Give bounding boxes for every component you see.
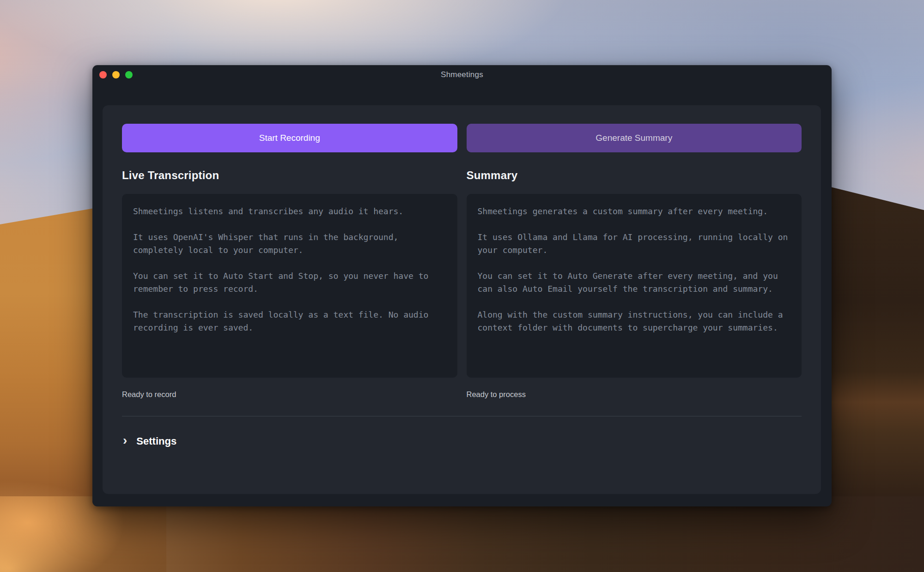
transcription-paragraph: Shmeetings listens and transcribes any a…: [133, 205, 446, 218]
app-window: Shmeetings Start Recording Generate Summ…: [92, 65, 832, 506]
divider: [122, 416, 802, 416]
settings-toggle[interactable]: › Settings: [122, 435, 176, 448]
summary-paragraph: Shmeetings generates a custom summary af…: [478, 205, 791, 218]
close-button[interactable]: [99, 71, 107, 78]
summary-heading: Summary: [467, 169, 802, 182]
chevron-right-icon: ›: [123, 434, 127, 447]
minimize-button[interactable]: [112, 71, 120, 78]
transcription-paragraph: You can set it to Auto Start and Stop, s…: [133, 270, 446, 295]
summary-status: Ready to process: [467, 390, 802, 399]
transcription-heading: Live Transcription: [122, 169, 457, 182]
transcription-textbox[interactable]: Shmeetings listens and transcribes any a…: [122, 194, 457, 378]
traffic-lights: [99, 71, 133, 78]
settings-label: Settings: [136, 435, 176, 447]
wallpaper-dune-bottom: [0, 496, 924, 572]
start-recording-button[interactable]: Start Recording: [122, 124, 457, 152]
summary-paragraph: You can set it to Auto Generate after ev…: [478, 270, 791, 295]
action-buttons-row: Start Recording Generate Summary: [122, 124, 802, 152]
summary-section: Summary Shmeetings generates a custom su…: [467, 169, 802, 399]
summary-textbox[interactable]: Shmeetings generates a custom summary af…: [467, 194, 802, 378]
generate-summary-button[interactable]: Generate Summary: [467, 124, 802, 152]
transcription-paragraph: The transcription is saved locally as a …: [133, 308, 446, 334]
main-panel: Start Recording Generate Summary Live Tr…: [103, 105, 821, 494]
summary-paragraph: It uses Ollama and Llama for AI processi…: [478, 231, 791, 257]
titlebar[interactable]: Shmeetings: [92, 65, 832, 84]
transcription-paragraph: It uses OpenAI's Whisper that runs in th…: [133, 231, 446, 257]
window-title: Shmeetings: [441, 70, 483, 79]
summary-paragraph: Along with the custom summary instructio…: [478, 308, 791, 334]
zoom-button[interactable]: [125, 71, 133, 78]
transcription-section: Live Transcription Shmeetings listens an…: [122, 169, 457, 399]
content-columns: Live Transcription Shmeetings listens an…: [122, 169, 802, 399]
transcription-status: Ready to record: [122, 390, 457, 399]
